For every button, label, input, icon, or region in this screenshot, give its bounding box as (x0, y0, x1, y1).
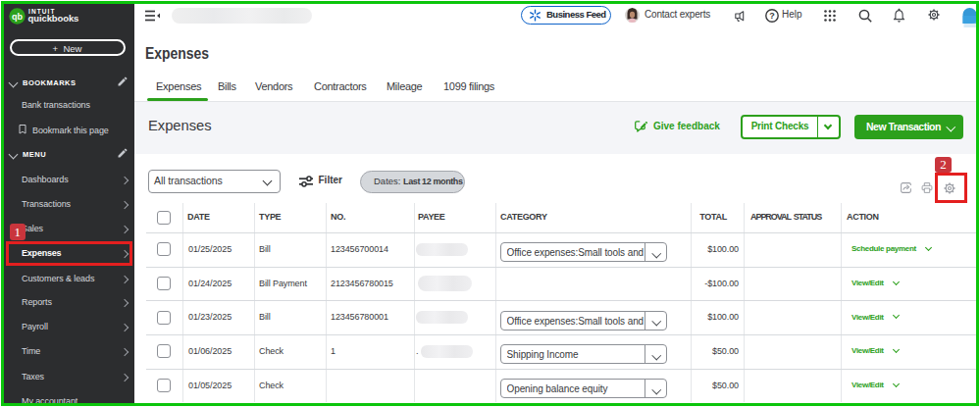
svg-text:?: ? (769, 11, 775, 21)
svg-text:qb: qb (12, 12, 23, 22)
